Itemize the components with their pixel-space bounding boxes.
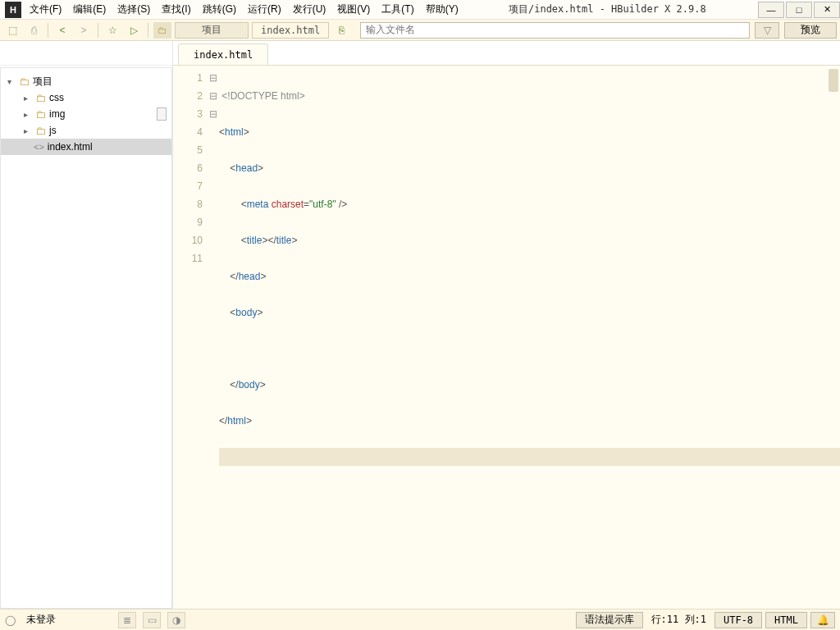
close-button[interactable]: ✕	[814, 2, 840, 18]
outline-icon[interactable]: ≣	[118, 612, 136, 628]
filter-icon[interactable]: ▽	[755, 22, 779, 39]
new-file-icon[interactable]: ⬚	[3, 22, 21, 39]
breadcrumb-project[interactable]: 项目	[175, 22, 249, 39]
palette-icon[interactable]: ◑	[167, 612, 185, 628]
app-icon: H	[5, 2, 21, 18]
toolbar: ⬚ ⎙ < > ☆ ▷ 🗀 项目 index.html ⎘ ▽ 预览	[0, 20, 840, 41]
tree-folder-js[interactable]: ▸ 🗀 js	[1, 122, 171, 139]
separator	[148, 23, 148, 38]
sidebar-header	[0, 41, 172, 66]
cursor-position: 行:11 列:1	[646, 613, 711, 627]
menu-view[interactable]: 视图(V)	[337, 2, 370, 16]
window-controls: — □ ✕	[756, 2, 840, 18]
folder-icon[interactable]: 🗀	[153, 22, 171, 39]
menu-publish[interactable]: 发行(U)	[293, 2, 326, 16]
statusbar: ◯ 未登录 ≣ ▭ ◑ 语法提示库 行:11 列:1 UTF-8 HTML 🔔	[0, 609, 840, 630]
tab-index[interactable]: index.html	[178, 43, 268, 65]
folder-icon: 🗀	[19, 75, 30, 88]
separator	[48, 23, 48, 38]
terminal-icon[interactable]: ▭	[143, 612, 161, 628]
menu-find[interactable]: 查找(I)	[162, 2, 190, 16]
folder-icon: 🗀	[35, 92, 46, 104]
menu-edit[interactable]: 编辑(E)	[73, 2, 106, 16]
menu-run[interactable]: 运行(R)	[248, 2, 281, 16]
chevron-right-icon: ▸	[24, 110, 32, 119]
language-button[interactable]: HTML	[765, 612, 807, 628]
tree-label: img	[49, 108, 65, 120]
tree-label: css	[49, 92, 64, 103]
menu-file[interactable]: 文件(F)	[30, 2, 62, 16]
menu-help[interactable]: 帮助(Y)	[426, 2, 459, 16]
tree-root[interactable]: ▾ 🗀 项目	[1, 73, 171, 89]
minimize-button[interactable]: —	[758, 2, 784, 18]
user-icon[interactable]: ◯	[5, 614, 20, 626]
code-editor[interactable]: 1234567891011 ⊟⊟⊟ <!DOCTYPE html> <html>…	[173, 66, 840, 609]
separator	[98, 23, 98, 38]
menubar: 文件(F) 编辑(E) 选择(S) 查找(I) 跳转(G) 运行(R) 发行(U…	[26, 2, 459, 16]
run-icon[interactable]: ▷	[125, 22, 143, 39]
syntax-button[interactable]: 语法提示库	[576, 612, 643, 628]
forward-icon[interactable]: >	[75, 22, 93, 39]
scrollbar-thumb[interactable]	[829, 69, 838, 92]
titlebar: H 文件(F) 编辑(E) 选择(S) 查找(I) 跳转(G) 运行(R) 发行…	[0, 0, 840, 20]
tabbar: index.html	[173, 41, 840, 66]
tree-folder-img[interactable]: ▸ 🗀 img	[1, 106, 171, 122]
file-icon: <>	[34, 142, 44, 152]
breadcrumb-file[interactable]: index.html	[252, 22, 329, 39]
search-input[interactable]	[360, 22, 750, 39]
code-lines[interactable]: <!DOCTYPE html> <html> <head> <meta char…	[219, 66, 840, 609]
chevron-right-icon: ▸	[24, 94, 32, 103]
tree-file-index[interactable]: <> index.html	[1, 139, 171, 155]
star-icon[interactable]: ☆	[103, 22, 121, 39]
folder-icon: 🗀	[35, 108, 46, 121]
main: ▾ 🗀 项目 ▸ 🗀 css ▸ 🗀 img ▸ 🗀 js <>	[0, 41, 840, 609]
fold-column: ⊟⊟⊟	[208, 66, 219, 609]
menu-select[interactable]: 选择(S)	[117, 2, 150, 16]
window-title: 项目/index.html - HBuilder X 2.9.8	[459, 2, 756, 16]
chevron-right-icon: ▸	[24, 126, 32, 135]
tree-label: js	[49, 125, 57, 136]
login-status[interactable]: 未登录	[26, 613, 56, 627]
tree-folder-css[interactable]: ▸ 🗀 css	[1, 89, 171, 106]
save-icon[interactable]: ⎙	[25, 22, 43, 39]
folder-icon: 🗀	[35, 125, 46, 137]
sidebar: ▾ 🗀 项目 ▸ 🗀 css ▸ 🗀 img ▸ 🗀 js <>	[0, 41, 172, 609]
bell-icon[interactable]: 🔔	[810, 612, 835, 628]
tree-label: 项目	[33, 75, 52, 89]
menu-tool[interactable]: 工具(T)	[381, 2, 413, 16]
maximize-button[interactable]: □	[786, 2, 812, 18]
menu-goto[interactable]: 跳转(G)	[203, 2, 236, 16]
locate-icon[interactable]: ⎘	[332, 22, 350, 39]
tree-label: index.html	[48, 141, 93, 153]
preview-button[interactable]: 预览	[784, 22, 837, 39]
back-icon[interactable]: <	[53, 22, 71, 39]
file-tree: ▾ 🗀 项目 ▸ 🗀 css ▸ 🗀 img ▸ 🗀 js <>	[0, 67, 172, 609]
line-gutter: 1234567891011	[173, 66, 208, 609]
chevron-down-icon: ▾	[7, 77, 16, 86]
editor-area: index.html 1234567891011 ⊟⊟⊟ <!DOCTYPE h…	[172, 41, 840, 609]
encoding-button[interactable]: UTF-8	[714, 612, 762, 628]
scroll-thumb[interactable]	[157, 107, 167, 121]
